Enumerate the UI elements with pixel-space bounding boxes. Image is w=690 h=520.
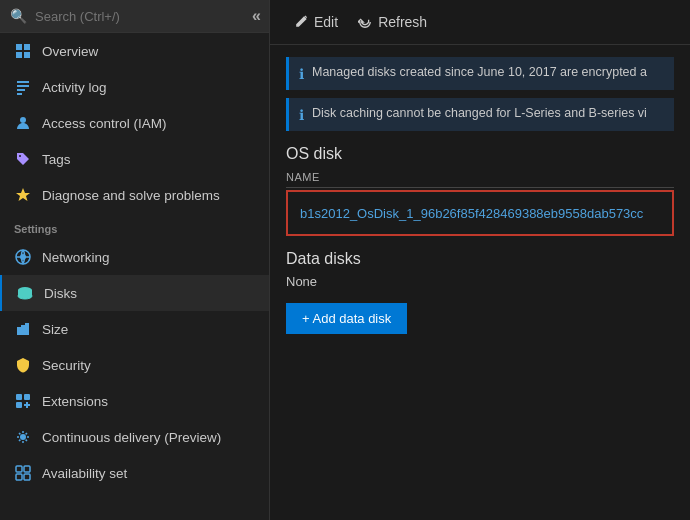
sidebar-item-label: Access control (IAM) — [42, 116, 167, 131]
svg-rect-14 — [17, 327, 21, 335]
svg-rect-0 — [16, 44, 22, 50]
sidebar-item-diagnose[interactable]: Diagnose and solve problems — [0, 177, 269, 213]
svg-rect-19 — [16, 402, 22, 408]
search-icon: 🔍 — [10, 8, 27, 24]
sidebar-item-overview[interactable]: Overview — [0, 33, 269, 69]
info-icon-2: ℹ — [299, 107, 304, 123]
svg-rect-2 — [16, 52, 22, 58]
diagnose-icon — [14, 186, 32, 204]
edit-icon — [294, 15, 308, 29]
networking-icon — [14, 248, 32, 266]
svg-rect-16 — [25, 323, 29, 335]
sidebar-item-iam[interactable]: Access control (IAM) — [0, 105, 269, 141]
svg-rect-24 — [24, 474, 30, 480]
sidebar-item-extensions[interactable]: Extensions — [0, 383, 269, 419]
sidebar-item-security[interactable]: Security — [0, 347, 269, 383]
tags-icon — [14, 150, 32, 168]
disk-row-container: b1s2012_OsDisk_1_96b26f85f428469388eb955… — [286, 190, 674, 236]
svg-rect-23 — [16, 474, 22, 480]
sidebar-item-size[interactable]: Size — [0, 311, 269, 347]
data-disks-title: Data disks — [286, 250, 674, 268]
main-content: Edit Refresh ℹ Managed disks created sin… — [270, 0, 690, 520]
svg-rect-21 — [16, 466, 22, 472]
refresh-icon — [358, 15, 372, 29]
svg-rect-18 — [24, 394, 30, 400]
svg-point-8 — [20, 117, 26, 123]
svg-rect-4 — [17, 81, 29, 83]
sidebar-item-label: Diagnose and solve problems — [42, 188, 220, 203]
extensions-icon — [14, 392, 32, 410]
activity-log-icon — [14, 78, 32, 96]
os-disk-title: OS disk — [286, 145, 674, 163]
size-icon — [14, 320, 32, 338]
col-name-header: NAME — [286, 171, 674, 188]
edit-label: Edit — [314, 14, 338, 30]
svg-rect-17 — [16, 394, 22, 400]
overview-icon — [14, 42, 32, 60]
svg-rect-1 — [24, 44, 30, 50]
svg-rect-3 — [24, 52, 30, 58]
sidebar-item-availability-set[interactable]: Availability set — [0, 455, 269, 491]
no-data-disks-text: None — [286, 274, 674, 289]
sidebar-item-label: Activity log — [42, 80, 107, 95]
collapse-sidebar-button[interactable]: « — [252, 7, 261, 25]
sidebar-item-continuous-delivery[interactable]: Continuous delivery (Preview) — [0, 419, 269, 455]
sidebar-item-label: Overview — [42, 44, 98, 59]
content-area: ℹ Managed disks created since June 10, 2… — [270, 45, 690, 520]
search-input[interactable] — [35, 9, 259, 24]
info-icon-1: ℹ — [299, 66, 304, 82]
disk-row[interactable]: b1s2012_OsDisk_1_96b26f85f428469388eb955… — [288, 194, 672, 232]
sidebar-item-networking[interactable]: Networking — [0, 239, 269, 275]
sidebar-item-label: Extensions — [42, 394, 108, 409]
info-banner-1: ℹ Managed disks created since June 10, 2… — [286, 57, 674, 90]
sidebar-item-label: Security — [42, 358, 91, 373]
continuous-delivery-icon — [14, 428, 32, 446]
sidebar-item-activity-log[interactable]: Activity log — [0, 69, 269, 105]
sidebar-item-label: Networking — [42, 250, 110, 265]
refresh-label: Refresh — [378, 14, 427, 30]
add-data-disk-button[interactable]: + Add data disk — [286, 303, 407, 334]
svg-rect-22 — [24, 466, 30, 472]
disk-name-value: b1s2012_OsDisk_1_96b26f85f428469388eb955… — [300, 206, 643, 221]
info-banner-2: ℹ Disk caching cannot be changed for L-S… — [286, 98, 674, 131]
sidebar-item-label: Disks — [44, 286, 77, 301]
svg-rect-7 — [17, 93, 22, 95]
sidebar: 🔍 « Overview Activity log Access control… — [0, 0, 270, 520]
toolbar: Edit Refresh — [270, 0, 690, 45]
sidebar-item-tags[interactable]: Tags — [0, 141, 269, 177]
sidebar-item-label: Size — [42, 322, 68, 337]
sidebar-item-label: Continuous delivery (Preview) — [42, 430, 221, 445]
sidebar-item-label: Tags — [42, 152, 71, 167]
settings-section-label: Settings — [0, 213, 269, 239]
edit-button[interactable]: Edit — [286, 10, 346, 34]
svg-rect-5 — [17, 85, 29, 87]
disks-icon — [16, 284, 34, 302]
info-text-2: Disk caching cannot be changed for L-Ser… — [312, 106, 647, 120]
add-data-disk-label: + Add data disk — [302, 311, 391, 326]
svg-rect-6 — [17, 89, 25, 91]
nav-list: Overview Activity log Access control (IA… — [0, 33, 269, 520]
refresh-button[interactable]: Refresh — [350, 10, 435, 34]
availability-set-icon — [14, 464, 32, 482]
sidebar-item-label: Availability set — [42, 466, 127, 481]
iam-icon — [14, 114, 32, 132]
svg-point-20 — [20, 434, 26, 440]
info-text-1: Managed disks created since June 10, 201… — [312, 65, 647, 79]
svg-rect-15 — [21, 325, 25, 335]
search-bar: 🔍 « — [0, 0, 269, 33]
security-icon — [14, 356, 32, 374]
sidebar-item-disks[interactable]: Disks — [0, 275, 269, 311]
